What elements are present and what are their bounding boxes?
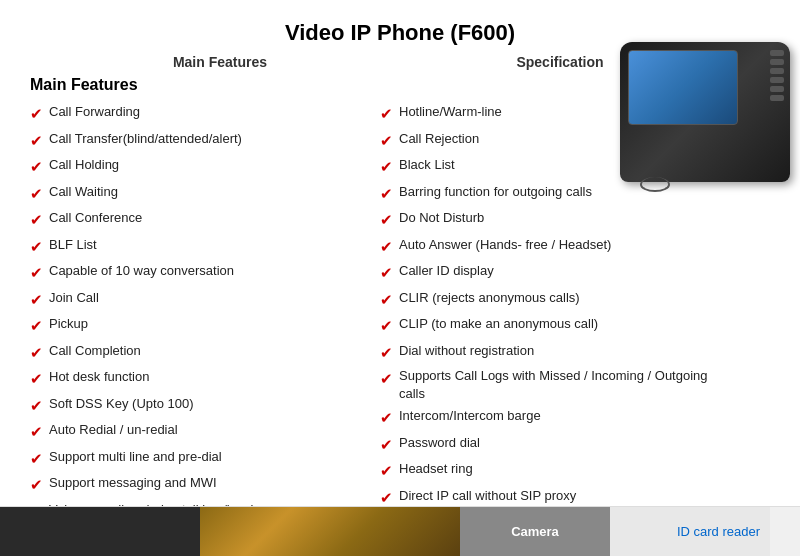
feature-text: Support multi line and pre-dial: [49, 447, 222, 467]
right-feature-item: ✔CLIP (to make an anonymous call): [380, 314, 720, 338]
check-icon: ✔: [30, 130, 43, 153]
feature-text: Hotline/Warm-line: [399, 102, 502, 122]
feature-text: Call Holding: [49, 155, 119, 175]
bottom-id-section: ID card reader: [610, 507, 770, 557]
feature-text: Call Rejection: [399, 129, 479, 149]
right-feature-item: ✔Dial without registration: [380, 341, 720, 365]
check-icon: ✔: [380, 460, 393, 483]
check-icon: ✔: [30, 448, 43, 471]
right-feature-item: ✔Intercom/Intercom barge: [380, 406, 720, 430]
check-icon: ✔: [30, 474, 43, 497]
right-feature-item: ✔Password dial: [380, 433, 720, 457]
bottom-door-section: [200, 507, 460, 557]
feature-text: Call Forwarding: [49, 102, 140, 122]
check-icon: ✔: [30, 262, 43, 285]
feature-text: Do Not Disturb: [399, 208, 484, 228]
right-feature-item: ✔Caller ID display: [380, 261, 720, 285]
check-icon: ✔: [380, 407, 393, 430]
left-feature-item: ✔Call Holding: [30, 155, 380, 179]
feature-text: Supports Call Logs with Missed / Incomin…: [399, 367, 720, 403]
feature-text: Headset ring: [399, 459, 473, 479]
feature-text: CLIP (to make an anonymous call): [399, 314, 598, 334]
left-feature-item: ✔Call Conference: [30, 208, 380, 232]
bottom-dark-section: [0, 507, 200, 557]
right-feature-item: ✔Auto Answer (Hands- free / Headset): [380, 235, 720, 259]
check-icon: ✔: [380, 289, 393, 312]
left-feature-item: ✔Support multi line and pre-dial: [30, 447, 380, 471]
feature-text: BLF List: [49, 235, 97, 255]
bottom-strip: Camera ID card reader: [0, 506, 800, 556]
feature-text: Join Call: [49, 288, 99, 308]
feature-text: Black List: [399, 155, 455, 175]
check-icon: ✔: [30, 315, 43, 338]
check-icon: ✔: [30, 183, 43, 206]
check-icon: ✔: [380, 183, 393, 206]
feature-text: Call Completion: [49, 341, 141, 361]
feature-text: Auto Redial / un-redial: [49, 420, 178, 440]
check-icon: ✔: [30, 342, 43, 365]
feature-text: Dial without registration: [399, 341, 534, 361]
check-icon: ✔: [30, 368, 43, 391]
check-icon: ✔: [380, 262, 393, 285]
phone-image: [620, 42, 795, 192]
left-features-column: ✔Call Forwarding✔Call Transfer(blind/att…: [20, 102, 380, 553]
feature-text: Caller ID display: [399, 261, 494, 281]
feature-text: Support messaging and MWI: [49, 473, 217, 493]
right-feature-item: ✔Headset ring: [380, 459, 720, 483]
check-icon: ✔: [30, 156, 43, 179]
check-icon: ✔: [380, 156, 393, 179]
feature-text: Auto Answer (Hands- free / Headset): [399, 235, 611, 255]
feature-text: Call Waiting: [49, 182, 118, 202]
feature-text: Capable of 10 way conversation: [49, 261, 234, 281]
left-feature-item: ✔Pickup: [30, 314, 380, 338]
feature-text: Direct IP call without SIP proxy: [399, 486, 576, 506]
left-feature-item: ✔Capable of 10 way conversation: [30, 261, 380, 285]
right-feature-item: ✔CLIR (rejects anonymous calls): [380, 288, 720, 312]
left-feature-item: ✔Support messaging and MWI: [30, 473, 380, 497]
check-icon: ✔: [380, 434, 393, 457]
left-feature-item: ✔Hot desk function: [30, 367, 380, 391]
right-feature-item: ✔Do Not Disturb: [380, 208, 720, 232]
feature-text: Soft DSS Key (Upto 100): [49, 394, 194, 414]
left-column-header: Main Features: [30, 54, 390, 70]
check-icon: ✔: [30, 209, 43, 232]
check-icon: ✔: [380, 236, 393, 259]
left-feature-item: ✔Call Forwarding: [30, 102, 380, 126]
check-icon: ✔: [380, 342, 393, 365]
check-icon: ✔: [30, 289, 43, 312]
left-feature-item: ✔Join Call: [30, 288, 380, 312]
check-icon: ✔: [30, 395, 43, 418]
check-icon: ✔: [380, 103, 393, 126]
feature-text: Hot desk function: [49, 367, 149, 387]
left-feature-item: ✔Call Completion: [30, 341, 380, 365]
right-feature-item: ✔Supports Call Logs with Missed / Incomi…: [380, 367, 720, 403]
bottom-camera-section: Camera: [460, 507, 610, 557]
left-feature-item: ✔BLF List: [30, 235, 380, 259]
feature-text: Intercom/Intercom barge: [399, 406, 541, 426]
check-icon: ✔: [380, 315, 393, 338]
left-feature-item: ✔Call Transfer(blind/attended/alert): [30, 129, 380, 153]
check-icon: ✔: [30, 421, 43, 444]
left-feature-item: ✔Auto Redial / un-redial: [30, 420, 380, 444]
check-icon: ✔: [30, 236, 43, 259]
left-feature-item: ✔Call Waiting: [30, 182, 380, 206]
check-icon: ✔: [380, 130, 393, 153]
check-icon: ✔: [380, 368, 393, 391]
feature-text: Password dial: [399, 433, 480, 453]
check-icon: ✔: [380, 209, 393, 232]
feature-text: Call Transfer(blind/attended/alert): [49, 129, 242, 149]
feature-text: Barring function for outgoing calls: [399, 182, 592, 202]
left-feature-item: ✔Soft DSS Key (Upto 100): [30, 394, 380, 418]
feature-text: Pickup: [49, 314, 88, 334]
feature-text: CLIR (rejects anonymous calls): [399, 288, 580, 308]
feature-text: Call Conference: [49, 208, 142, 228]
check-icon: ✔: [30, 103, 43, 126]
